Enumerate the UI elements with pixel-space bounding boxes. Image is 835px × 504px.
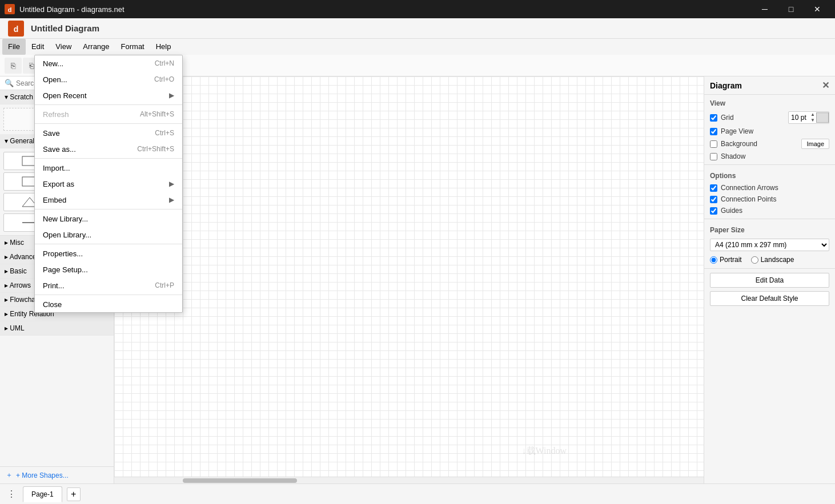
menu-sep-5 [35,244,182,244]
menu-new-library[interactable]: New Library... [35,211,182,227]
menu-close[interactable]: Close [35,296,182,312]
dropdown-overlay[interactable]: New... Ctrl+N Open... Ctrl+O Open Recent… [0,0,835,504]
menu-sep-3 [35,158,182,159]
file-menu: New... Ctrl+N Open... Ctrl+O Open Recent… [34,55,183,313]
menu-refresh: Refresh Alt+Shift+S [35,106,182,122]
menu-embed[interactable]: Embed ▶ [35,192,182,208]
menu-save[interactable]: Save Ctrl+S [35,125,182,141]
menu-new[interactable]: New... Ctrl+N [35,55,182,71]
menu-export-as[interactable]: Export as ▶ [35,176,182,192]
menu-import[interactable]: Import... [35,160,182,176]
menu-print[interactable]: Print... Ctrl+P [35,277,182,293]
menu-sep-4 [35,209,182,209]
menu-properties[interactable]: Properties... [35,245,182,261]
menu-sep-6 [35,295,182,295]
menu-page-setup[interactable]: Page Setup... [35,261,182,277]
menu-sep-2 [35,123,182,124]
menu-open-library[interactable]: Open Library... [35,227,182,243]
menu-sep-1 [35,104,182,105]
menu-open[interactable]: Open... Ctrl+O [35,71,182,87]
menu-open-recent[interactable]: Open Recent ▶ [35,87,182,103]
menu-save-as[interactable]: Save as... Ctrl+Shift+S [35,141,182,157]
